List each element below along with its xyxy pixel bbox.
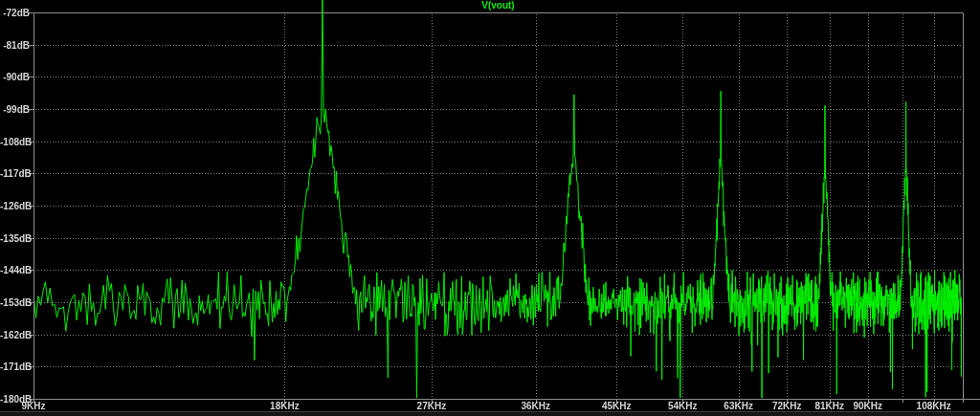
- x-axis-tick-label: 90KHz: [847, 401, 889, 411]
- y-axis-tick-label: -126dB: [0, 201, 30, 211]
- window-bottom-edge: [0, 411, 980, 416]
- x-axis-tick-label: 72KHz: [766, 401, 808, 411]
- y-axis-tick-label: -153dB: [0, 297, 30, 308]
- y-axis-tick-label: -99dB: [0, 104, 30, 115]
- x-axis-tick-label: 54KHz: [661, 401, 703, 411]
- y-axis-tick-label: -171dB: [0, 361, 30, 372]
- x-axis-tick-label: 27KHz: [411, 401, 453, 411]
- y-axis-tick-label: -81dB: [0, 40, 30, 51]
- fft-plot-area[interactable]: [0, 0, 980, 416]
- y-axis-tick-label: -117dB: [0, 168, 30, 179]
- x-axis-tick-label: 9KHz: [12, 401, 55, 411]
- x-axis-tick-label: 45KHz: [595, 401, 637, 411]
- x-axis-tick-label: 36KHz: [515, 401, 557, 411]
- y-axis-tick-label: -72dB: [0, 8, 30, 18]
- x-axis-tick-label: 63KHz: [718, 401, 760, 411]
- y-axis-tick-label: -108dB: [0, 137, 30, 147]
- trace-label[interactable]: V(vout): [33, 0, 963, 11]
- x-axis-tick-label: 108KHz: [913, 401, 955, 411]
- x-axis-tick-label: 18KHz: [263, 401, 305, 411]
- y-axis-tick-label: -162dB: [0, 330, 30, 340]
- y-axis-tick-label: -90dB: [0, 72, 30, 82]
- y-axis-tick-label: -144dB: [0, 265, 30, 275]
- x-axis-tick-label: 81KHz: [809, 401, 851, 411]
- y-axis-tick-label: -135dB: [0, 233, 30, 244]
- ltspice-fft-window: V(vout) -72dB-81dB-90dB-99dB-108dB-117dB…: [0, 0, 980, 416]
